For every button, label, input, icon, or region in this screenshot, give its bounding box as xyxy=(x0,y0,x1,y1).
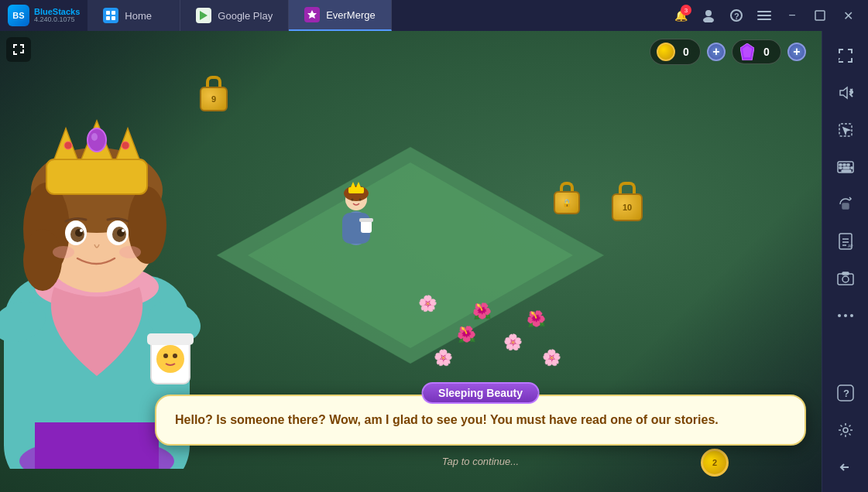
tab-bar: Home Google Play EverMerge xyxy=(87,0,660,31)
sidebar-select-button[interactable] xyxy=(829,113,863,147)
svg-rect-10 xyxy=(757,11,771,12)
svg-point-65 xyxy=(119,246,141,258)
menu-button[interactable] xyxy=(752,3,777,28)
svg-rect-75 xyxy=(847,164,849,166)
sidebar-apk-button[interactable]: APK xyxy=(829,224,863,258)
svg-rect-2 xyxy=(106,16,110,20)
svg-rect-74 xyxy=(843,164,846,166)
hud-top: 0 + 0 + xyxy=(650,39,806,65)
svg-point-52 xyxy=(87,128,106,152)
svg-rect-29 xyxy=(361,220,372,233)
svg-rect-0 xyxy=(106,11,110,15)
sidebar-fullscreen-button[interactable] xyxy=(829,39,863,73)
svg-marker-28 xyxy=(356,182,361,187)
right-sidebar: APK ? xyxy=(822,31,868,492)
svg-rect-12 xyxy=(757,19,771,20)
svg-rect-80 xyxy=(842,203,849,209)
tab-home[interactable]: Home xyxy=(87,0,180,31)
tab-evermerge[interactable]: EverMerge xyxy=(289,0,392,31)
fullscreen-button[interactable] xyxy=(6,37,31,62)
dialog-speaker: Sleeping Beauty xyxy=(421,382,540,404)
svg-rect-11 xyxy=(757,15,771,16)
tap-prompt: Tap to continue... xyxy=(156,456,805,467)
sidebar-keyboard-button[interactable] xyxy=(829,150,863,184)
svg-rect-26 xyxy=(348,187,364,193)
svg-text:?: ? xyxy=(734,12,739,21)
svg-point-86 xyxy=(838,314,841,317)
svg-point-40 xyxy=(156,345,184,373)
home-tab-icon xyxy=(103,8,118,23)
svg-point-88 xyxy=(850,314,853,317)
bluestacks-logo: BS BlueStacks 4.240.0.1075 xyxy=(0,5,87,26)
account-button[interactable] xyxy=(696,3,721,28)
svg-point-54 xyxy=(64,142,72,149)
notifications-button[interactable]: 🔔 3 xyxy=(668,3,693,28)
svg-point-47 xyxy=(23,229,62,291)
svg-rect-30 xyxy=(359,218,373,222)
svg-line-70 xyxy=(850,94,853,97)
svg-point-91 xyxy=(843,428,848,432)
game-world xyxy=(201,132,619,379)
svg-point-42 xyxy=(173,354,177,358)
flower-6: 🌺 xyxy=(527,309,546,328)
sidebar-settings-button[interactable] xyxy=(829,413,863,447)
add-coins-button[interactable]: + xyxy=(707,43,726,61)
app-version: 4.240.0.1075 xyxy=(34,16,80,24)
evermerge-tab-icon xyxy=(304,7,320,22)
sidebar-question-button[interactable]: ? xyxy=(829,376,863,410)
svg-rect-48 xyxy=(46,159,147,194)
svg-point-63 xyxy=(122,229,125,232)
svg-marker-4 xyxy=(200,11,208,20)
svg-rect-13 xyxy=(815,11,825,20)
bluestacks-icon: BS xyxy=(8,5,29,26)
maximize-button[interactable] xyxy=(808,3,832,28)
minimize-button[interactable]: − xyxy=(780,3,805,28)
svg-rect-67 xyxy=(35,422,159,469)
iso-tiles xyxy=(201,132,619,379)
svg-marker-27 xyxy=(351,182,355,187)
sidebar-volume-button[interactable] xyxy=(829,76,863,110)
svg-rect-39 xyxy=(147,333,194,345)
svg-point-55 xyxy=(122,142,129,149)
padlock-10-shackle xyxy=(619,182,636,193)
dialog-box[interactable]: Sleeping Beauty Hello? Is someone there?… xyxy=(155,395,806,446)
padlock-top: 🔒 xyxy=(554,182,580,214)
close-button[interactable]: ✕ xyxy=(835,3,860,28)
svg-marker-5 xyxy=(307,10,317,19)
add-gems-button[interactable]: + xyxy=(787,43,806,61)
dialog-text: Hello? Is someone there? Wow, am I glad … xyxy=(175,412,786,429)
padlock-top-shackle xyxy=(560,182,574,191)
svg-rect-1 xyxy=(112,11,115,15)
google-play-tab-icon xyxy=(196,8,211,23)
svg-rect-77 xyxy=(843,167,849,169)
evermerge-tab-label: EverMerge xyxy=(326,9,376,21)
game-area[interactable]: 0 + 0 + xyxy=(0,31,822,492)
svg-point-7 xyxy=(703,17,714,22)
svg-point-31 xyxy=(352,199,354,201)
svg-rect-85 xyxy=(842,272,849,275)
google-play-tab-label: Google Play xyxy=(218,10,273,22)
help-button[interactable]: ? xyxy=(724,3,749,28)
svg-rect-3 xyxy=(112,16,115,20)
flower-2: 🌺 xyxy=(457,325,476,343)
padlock-10-body: 10 xyxy=(612,193,643,221)
flower-5: 🌸 xyxy=(503,333,523,351)
main-content: 0 + 0 + xyxy=(0,31,868,492)
svg-point-87 xyxy=(844,314,847,317)
home-tab-label: Home xyxy=(125,10,152,22)
padlock-top-body: 🔒 xyxy=(554,191,580,214)
svg-rect-73 xyxy=(839,164,842,166)
sidebar-rotate-button[interactable] xyxy=(829,187,863,221)
svg-point-41 xyxy=(163,354,168,358)
sidebar-back-button[interactable] xyxy=(829,450,863,484)
svg-rect-78 xyxy=(851,167,853,169)
tab-google-play[interactable]: Google Play xyxy=(180,0,289,31)
padlock-10: 10 xyxy=(612,182,643,221)
coin-badge: 0 xyxy=(650,39,701,65)
coin-icon xyxy=(657,43,675,61)
sidebar-screenshot-button[interactable] xyxy=(829,261,863,296)
sidebar-more-button[interactable] xyxy=(829,299,863,333)
svg-rect-76 xyxy=(839,167,842,169)
svg-marker-17 xyxy=(248,162,573,348)
svg-point-62 xyxy=(80,229,83,232)
